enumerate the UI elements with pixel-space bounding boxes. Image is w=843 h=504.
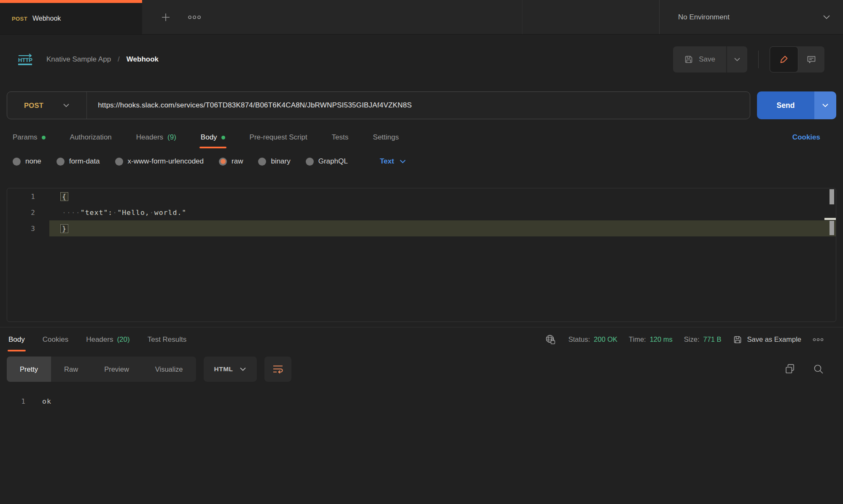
view-tab-raw[interactable]: Raw	[51, 357, 91, 382]
save-as-example-button[interactable]: Save as Example	[733, 335, 801, 344]
view-tab-pretty[interactable]: Pretty	[7, 357, 51, 382]
cookies-link[interactable]: Cookies	[792, 133, 820, 148]
matched-bracket: {	[60, 192, 68, 201]
code-text: "text":	[81, 209, 113, 217]
editor-line: 2····"text":·"Hello,·world."	[7, 204, 836, 220]
response-tab-label: Headers	[86, 335, 113, 344]
breadcrumb-separator: /	[118, 55, 120, 64]
response-view-toolbar: PrettyRawPreviewVisualize HTML	[0, 351, 843, 387]
request-tab-bar: POST Webhook No Environment	[0, 0, 843, 35]
response-meta: Status: 200 OK Time: 120 ms Size: 771 B	[544, 334, 824, 346]
response-line: 1ok	[0, 394, 843, 409]
editor-overview-mark	[824, 218, 836, 220]
send-button[interactable]: Send	[757, 91, 814, 119]
raw-language-selector[interactable]: Text	[380, 157, 407, 166]
body-type-raw[interactable]: raw	[219, 157, 243, 166]
editor-lines: 1{2····"text":·"Hello,·world."3}	[7, 188, 836, 236]
new-tab-button[interactable]	[157, 0, 174, 34]
response-format-selector[interactable]: HTML	[204, 357, 257, 382]
url-input[interactable]: https://hooks.slack.com/services/T06TD83…	[87, 101, 412, 110]
chevron-down-icon	[399, 159, 406, 164]
status-label: Status:	[568, 335, 590, 343]
request-tab-tests[interactable]: Tests	[332, 133, 349, 148]
whitespace-dots: ····	[62, 209, 81, 217]
view-tab-visualize[interactable]: Visualize	[142, 357, 196, 382]
request-tab-headers[interactable]: Headers(9)	[136, 133, 176, 148]
environment-selector[interactable]: No Environment	[660, 0, 843, 34]
body-type-options: noneform-datax-www-form-urlencodedrawbin…	[0, 148, 843, 174]
chevron-down-icon	[822, 103, 829, 107]
copy-icon[interactable]	[784, 363, 796, 375]
more-options-icon	[188, 15, 201, 19]
search-icon[interactable]	[813, 363, 824, 375]
edit-documentation-button[interactable]	[770, 46, 798, 72]
request-tab-authorization[interactable]: Authorization	[70, 133, 112, 148]
radio-circle-icon	[306, 158, 314, 166]
whitespace-dots: ·	[150, 209, 154, 217]
comments-button[interactable]	[798, 46, 824, 72]
wrap-lines-button[interactable]	[264, 357, 291, 382]
send-options-button[interactable]	[814, 91, 836, 119]
response-header: BodyCookiesHeaders(20)Test Results Statu…	[0, 327, 843, 351]
save-button[interactable]: Save	[673, 46, 726, 72]
count-badge: (20)	[117, 335, 129, 344]
request-tab-body[interactable]: Body	[201, 133, 225, 148]
body-type-label: x-www-form-urlencoded	[128, 157, 204, 166]
response-tab-test-results[interactable]: Test Results	[148, 327, 187, 351]
whitespace-dots: ·	[113, 209, 117, 217]
response-tab-body[interactable]: Body	[8, 327, 25, 351]
breadcrumb-request[interactable]: Webhook	[127, 55, 159, 64]
request-tab-label: Body	[201, 133, 217, 142]
request-tab-pre-request-script[interactable]: Pre-request Script	[250, 133, 307, 148]
line-number: 1	[0, 397, 42, 405]
save-options-button[interactable]	[726, 46, 747, 72]
body-type-label: binary	[271, 157, 290, 166]
request-tabs: ParamsAuthorizationHeaders(9)BodyPre-req…	[0, 126, 843, 148]
open-request-tab[interactable]: POST Webhook	[0, 0, 142, 34]
method-selector[interactable]: POST	[7, 92, 86, 119]
body-type-graphql[interactable]: GraphQL	[306, 157, 348, 166]
request-tab-params[interactable]: Params	[13, 133, 46, 148]
body-type-label: GraphQL	[318, 157, 348, 166]
request-toolbar: HTTP Knative Sample App / Webhook Save	[0, 35, 843, 84]
response-text: ok	[42, 397, 51, 405]
tab-options-button[interactable]	[185, 0, 204, 34]
response-size: Size: 771 B	[684, 335, 722, 343]
breadcrumb-collection[interactable]: Knative Sample App	[46, 55, 111, 64]
body-type-none[interactable]: none	[13, 157, 41, 166]
method-label: POST	[24, 102, 43, 110]
globe-lock-icon[interactable]	[544, 334, 557, 346]
body-type-x-www-form-urlencoded[interactable]: x-www-form-urlencoded	[115, 157, 204, 166]
tab-title: Webhook	[32, 15, 61, 22]
wrap-text-icon	[272, 364, 283, 374]
response-view-tabs: PrettyRawPreviewVisualize	[7, 357, 196, 382]
size-value: 771 B	[703, 335, 721, 343]
chevron-down-icon	[734, 57, 741, 62]
editor-line: 1{	[7, 188, 836, 204]
response-status: Status: 200 OK	[568, 335, 617, 343]
response-actions-button[interactable]	[813, 338, 824, 341]
request-body-editor[interactable]: 1{2····"text":·"Hello,·world."3}	[7, 188, 836, 322]
matched-bracket: }	[60, 224, 68, 233]
body-type-form-data[interactable]: form-data	[57, 157, 100, 166]
response-tab-cookies[interactable]: Cookies	[43, 327, 68, 351]
view-tab-preview[interactable]: Preview	[91, 357, 142, 382]
send-button-group: Send	[757, 91, 836, 119]
body-type-binary[interactable]: binary	[258, 157, 290, 166]
raw-language-label: Text	[380, 157, 394, 166]
response-tab-headers[interactable]: Headers(20)	[86, 327, 130, 351]
time-label: Time:	[629, 335, 646, 343]
radio-circle-icon	[258, 158, 266, 166]
body-type-label: form-data	[69, 157, 100, 166]
response-tab-label: Test Results	[148, 335, 187, 344]
request-tab-label: Pre-request Script	[250, 133, 307, 142]
save-icon	[733, 335, 742, 344]
chevron-down-icon	[240, 367, 246, 371]
response-view-actions	[784, 363, 836, 375]
plus-icon	[160, 12, 171, 23]
chevron-down-icon	[63, 103, 70, 107]
request-tab-settings[interactable]: Settings	[373, 133, 399, 148]
radio-circle-icon	[115, 158, 123, 166]
request-tab-label: Authorization	[70, 133, 112, 142]
editor-line-code: ····"text":·"Hello,·world."	[49, 204, 836, 220]
